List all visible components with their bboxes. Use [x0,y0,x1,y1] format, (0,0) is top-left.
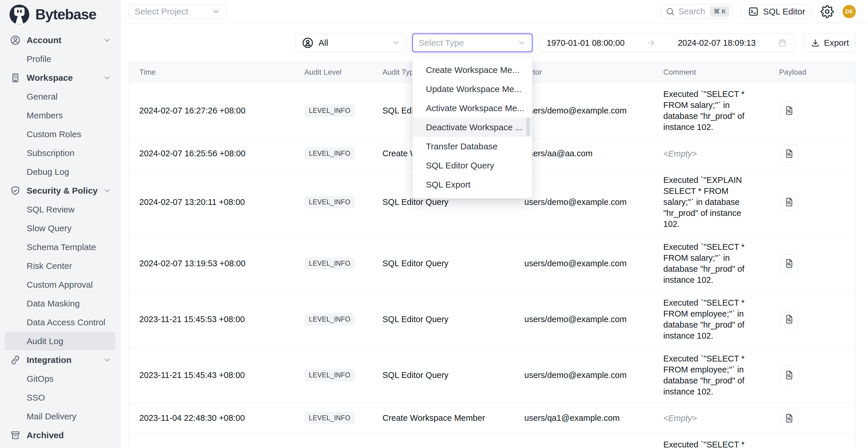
chevron-down-icon [212,7,220,16]
download-icon [811,38,820,47]
sidebar-item-custom-roles[interactable]: Custom Roles [5,125,116,143]
sidebar-item-general[interactable]: General [5,87,116,106]
sidebar-label: Integration [27,355,71,365]
export-label: Export [824,38,849,48]
cell-audit-level: LEVEL_INFO [304,147,382,160]
cell-actor: users/demo@example.com [524,106,663,116]
sidebar-section-archived[interactable]: Archived [5,426,116,445]
cell-payload [779,193,856,211]
sidebar-item-mail-delivery[interactable]: Mail Delivery [5,407,116,426]
payload-view-button[interactable] [780,102,798,120]
file-search-icon [784,149,795,159]
dropdown-scrollbar-thumb[interactable] [526,117,530,136]
cell-time: 2024-02-07 13:20:11 +08:00 [139,197,304,207]
sidebar-section-account[interactable]: Account [5,31,116,50]
type-filter-wrap: Select Type Create Workspace Me...Update… [412,34,532,52]
type-option-update-workspace-me[interactable]: Update Workspace Me... [412,79,532,99]
table-row: 2023-11-21 15:45:43 +08:00LEVEL_INFOSQL … [129,347,856,403]
type-option-deactivate-workspace[interactable]: Deactivate Workspace ... [412,118,532,137]
sidebar-item-slow-query[interactable]: Slow Query [5,219,116,237]
sidebar-item-debug-log[interactable]: Debug Log [5,162,116,181]
cell-time: 2024-02-07 16:25:56 +08:00 [139,149,304,158]
payload-view-button[interactable] [780,254,798,272]
search-shortcut-badge: ⌘ K [710,6,730,17]
type-option-sql-editor-query[interactable]: SQL Editor Query [412,156,532,175]
brand-logo[interactable]: Bytebase [0,0,120,29]
type-filter-select[interactable]: Select Type [412,34,532,52]
cell-audit-type: Create Workspace Member [382,413,524,423]
payload-view-button[interactable] [780,310,798,328]
sidebar-label: Schema Template [27,242,96,252]
cell-time: 2023-11-04 22:48:30 +08:00 [139,413,304,423]
type-dropdown-menu: Create Workspace Me...Update Workspace M… [412,56,532,198]
sidebar-item-risk-center[interactable]: Risk Center [5,256,116,275]
payload-view-button[interactable] [780,145,798,163]
cell-audit-level: LEVEL_INFO [304,196,382,209]
cell-time: 2023-11-21 15:45:53 +08:00 [139,315,304,324]
sidebar-item-subscription[interactable]: Subscription [5,143,116,162]
bytebase-logo-icon [8,3,31,26]
calendar-icon [777,38,787,48]
user-avatar[interactable]: DE [842,5,856,18]
sidebar-label: Risk Center [27,261,72,271]
column-header-audit-level: Audit Level [304,68,382,77]
sidebar-label: Custom Approval [27,280,93,290]
search-input[interactable]: Search ⌘ K [661,4,733,19]
sidebar-item-data-masking[interactable]: Data Masking [5,294,116,313]
payload-view-button[interactable] [780,366,798,384]
column-header-payload: Payload [779,68,856,77]
sidebar-section-integration[interactable]: Integration [5,350,116,369]
date-to-value: 2024-02-07 18:09:13 [678,38,756,48]
shield-check-icon [10,185,21,196]
sidebar-item-schema-template[interactable]: Schema Template [5,237,116,256]
type-option-create-workspace-me[interactable]: Create Workspace Me... [412,61,532,79]
file-search-icon [784,413,795,423]
audit-log-content: All Select Type Create Workspace Me...Up… [120,23,868,448]
sidebar-item-gitops[interactable]: GitOps [5,369,116,388]
sidebar-label: General [27,92,58,102]
sql-editor-label: SQL Editor [763,7,805,17]
type-option-sql-export[interactable]: SQL Export [412,175,532,194]
cell-actor: users/demo@example.com [524,197,663,207]
sidebar-item-sso[interactable]: SSO [5,388,116,407]
arrow-right-icon [646,38,656,48]
payload-view-button[interactable] [780,193,798,211]
table-row: 2023-11-04 21:26:34 +08:00LEVEL_INFOSQL … [129,433,856,448]
sql-editor-button[interactable]: SQL Editor [741,4,812,19]
project-select-label: Select Project [135,7,188,17]
gear-icon[interactable] [820,5,834,18]
filter-bar: All Select Type Create Workspace Me...Up… [120,23,868,52]
sidebar-item-custom-approval[interactable]: Custom Approval [5,275,116,294]
cell-audit-type: SQL Editor Query [382,197,524,207]
export-button[interactable]: Export [804,34,856,52]
date-range-picker[interactable]: 1970-01-01 08:00:00 2024-02-07 18:09:13 [539,34,795,52]
sidebar-section-security-policy[interactable]: Security & Policy [5,181,116,200]
sidebar-label: SSO [27,393,45,403]
sidebar-label: Archived [27,430,64,440]
cell-payload [779,366,856,384]
sidebar-item-members[interactable]: Members [5,106,116,125]
project-select[interactable]: Select Project [129,4,226,19]
file-search-icon [784,197,795,207]
user-circle-icon [10,35,21,46]
sidebar-section-workspace[interactable]: Workspace [5,68,116,87]
sidebar-label: Mail Delivery [27,412,76,421]
cell-comment: <Empty> [663,413,779,424]
cell-payload [779,310,856,328]
sidebar-item-profile[interactable]: Profile [5,50,116,68]
date-from-value: 1970-01-01 08:00:00 [547,38,624,48]
type-option-activate-workspace-me[interactable]: Activate Workspace Me... [412,99,532,118]
payload-view-button[interactable] [780,409,798,427]
cell-comment: Executed `"SELECT * FROM employee;"` in … [663,353,779,397]
sidebar-item-data-access-control[interactable]: Data Access Control [5,313,116,332]
actor-filter-select[interactable]: All [296,34,406,52]
sidebar-item-audit-log[interactable]: Audit Log [5,332,116,350]
cell-payload [779,145,856,163]
sidebar-item-sql-review[interactable]: SQL Review [5,200,116,219]
cell-payload [779,102,856,120]
type-option-transfer-database[interactable]: Transfer Database [412,137,532,156]
sidebar-label: Profile [27,54,51,64]
sidebar-label: Data Access Control [27,318,105,327]
cell-actor: users/demo@example.com [524,259,663,268]
audit-level-badge: LEVEL_INFO [304,369,355,381]
